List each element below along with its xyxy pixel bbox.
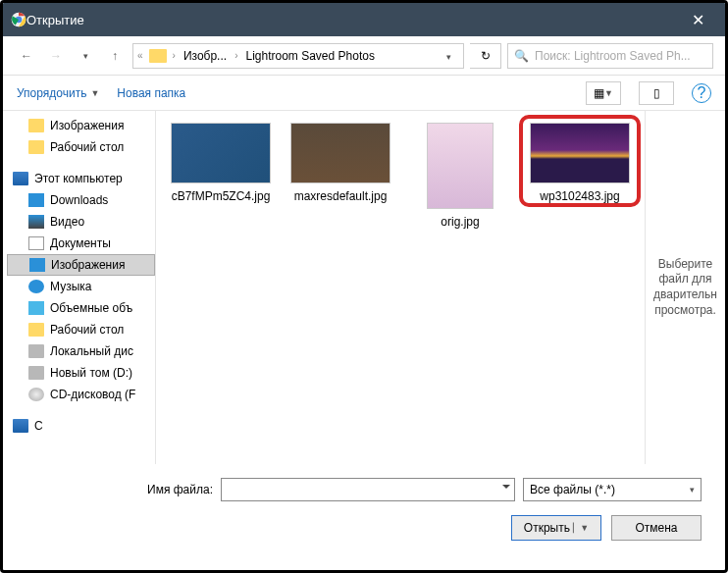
- file-item[interactable]: orig.jpg: [407, 123, 513, 230]
- breadcrumb-dropdown[interactable]: ▾: [438, 49, 459, 63]
- close-button[interactable]: ✕: [678, 11, 717, 29]
- tree-vold[interactable]: Новый том (D:): [7, 362, 155, 384]
- chevron-left-icon: «: [137, 50, 143, 61]
- chevron-icon: ›: [173, 50, 176, 61]
- content: cB7fMPm5ZC4.jpg maxresdefault.jpg orig.j…: [156, 111, 725, 464]
- folder-icon: [149, 49, 167, 63]
- file-name: wp3102483.jpg: [527, 189, 633, 204]
- tree-localdisk[interactable]: Локальный дис: [7, 340, 155, 362]
- thumbnail: [427, 123, 494, 209]
- file-item[interactable]: cB7fMPm5ZC4.jpg: [168, 123, 274, 204]
- tree-video[interactable]: Видео: [7, 211, 155, 233]
- forward-button[interactable]: →: [44, 44, 68, 68]
- split-chevron-icon: ▏▼: [573, 523, 589, 533]
- preview-pane-button[interactable]: ▯: [639, 81, 674, 105]
- search-icon: 🔍: [514, 49, 529, 63]
- navbar: ← → ▾ ↑ « › Изобр... › Lightroom Saved P…: [3, 36, 725, 76]
- filter-select[interactable]: Все файлы (*.*) ▾: [523, 478, 702, 501]
- up-button[interactable]: ↑: [103, 44, 127, 68]
- tree-desktop[interactable]: Рабочий стол: [7, 319, 155, 340]
- tree-images-quick[interactable]: Изображения: [7, 115, 155, 136]
- crumb-folder[interactable]: Lightroom Saved Photos: [241, 49, 378, 63]
- preview-pane: Выберите файл для дварительн просмотра.: [645, 111, 725, 464]
- cancel-button[interactable]: Отмена: [611, 515, 702, 541]
- tree-documents[interactable]: Документы: [7, 233, 155, 254]
- tree-network[interactable]: С: [7, 415, 155, 437]
- filename-label: Имя файла:: [26, 483, 213, 496]
- thumbnail: [530, 123, 630, 183]
- file-list[interactable]: cB7fMPm5ZC4.jpg maxresdefault.jpg orig.j…: [156, 111, 645, 464]
- search-input[interactable]: 🔍 Поиск: Lightroom Saved Ph...: [507, 43, 713, 69]
- back-button[interactable]: ←: [15, 44, 38, 68]
- tree-downloads[interactable]: Downloads: [7, 189, 155, 211]
- file-name: maxresdefault.jpg: [287, 189, 393, 204]
- view-button[interactable]: ▦ ▼: [586, 81, 621, 105]
- window-title: Открытие: [26, 13, 678, 27]
- file-item[interactable]: maxresdefault.jpg: [287, 123, 393, 204]
- file-item-highlighted[interactable]: wp3102483.jpg: [527, 123, 633, 204]
- filename-input[interactable]: [221, 478, 515, 501]
- thumbnail: [171, 123, 271, 183]
- new-folder-button[interactable]: Новая папка: [117, 86, 185, 100]
- chrome-icon: [11, 12, 26, 27]
- chevron-icon: ›: [234, 50, 237, 61]
- main-area: Изображения Рабочий стол Этот компьютер …: [3, 111, 725, 464]
- titlebar: Открытие ✕: [3, 3, 725, 36]
- breadcrumb[interactable]: « › Изобр... › Lightroom Saved Photos ▾: [132, 43, 464, 69]
- open-button[interactable]: Открыть ▏▼: [511, 515, 601, 541]
- tree-3d[interactable]: Объемные объ: [7, 297, 155, 319]
- refresh-button[interactable]: ↻: [470, 43, 501, 69]
- tree-cd[interactable]: CD-дисковод (F: [7, 384, 155, 405]
- organize-button[interactable]: Упорядочить ▼: [17, 86, 99, 100]
- search-placeholder: Поиск: Lightroom Saved Ph...: [535, 49, 691, 63]
- file-name: orig.jpg: [407, 215, 513, 230]
- nav-tree[interactable]: Изображения Рабочий стол Этот компьютер …: [3, 111, 156, 464]
- thumbnail: [290, 123, 390, 183]
- file-name: cB7fMPm5ZC4.jpg: [168, 189, 274, 204]
- crumb-images[interactable]: Изобр...: [180, 49, 231, 63]
- tree-desktop-quick[interactable]: Рабочий стол: [7, 136, 155, 158]
- toolbar: Упорядочить ▼ Новая папка ▦ ▼ ▯ ?: [3, 76, 725, 111]
- tree-music[interactable]: Музыка: [7, 276, 155, 297]
- chevron-down-icon: ▾: [690, 485, 695, 495]
- tree-images[interactable]: Изображения: [7, 254, 155, 276]
- recent-dropdown[interactable]: ▾: [74, 44, 97, 68]
- footer: Имя файла: Все файлы (*.*) ▾ Открыть ▏▼ …: [3, 464, 725, 558]
- help-button[interactable]: ?: [692, 83, 711, 103]
- tree-this-pc[interactable]: Этот компьютер: [7, 168, 155, 189]
- chevron-down-icon: ▼: [90, 88, 99, 98]
